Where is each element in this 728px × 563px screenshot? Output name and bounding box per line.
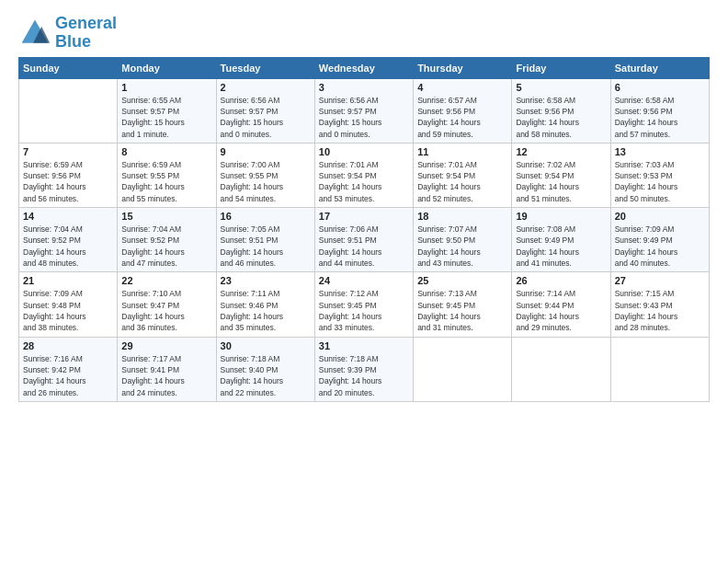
day-info: Sunrise: 6:59 AMSunset: 9:55 PMDaylight:… xyxy=(121,159,211,204)
day-number: 8 xyxy=(121,146,211,157)
day-cell xyxy=(610,337,709,401)
day-info: Sunrise: 7:17 AMSunset: 9:41 PMDaylight:… xyxy=(121,353,211,398)
header: General Blue xyxy=(18,15,710,52)
col-header-friday: Friday xyxy=(512,57,610,78)
day-info: Sunrise: 6:58 AMSunset: 9:56 PMDaylight:… xyxy=(615,95,705,140)
header-row: SundayMondayTuesdayWednesdayThursdayFrid… xyxy=(19,57,710,78)
day-number: 29 xyxy=(121,340,211,351)
col-header-wednesday: Wednesday xyxy=(314,57,413,78)
day-number: 18 xyxy=(417,211,507,222)
day-number: 9 xyxy=(221,146,311,157)
day-number: 10 xyxy=(319,146,409,157)
day-cell: 18Sunrise: 7:07 AMSunset: 9:50 PMDayligh… xyxy=(414,208,512,272)
day-cell: 3Sunrise: 6:56 AMSunset: 9:57 PMDaylight… xyxy=(314,78,413,143)
col-header-thursday: Thursday xyxy=(414,57,512,78)
day-cell: 14Sunrise: 7:04 AMSunset: 9:52 PMDayligh… xyxy=(19,208,118,272)
day-cell: 16Sunrise: 7:05 AMSunset: 9:51 PMDayligh… xyxy=(216,208,314,272)
day-cell: 4Sunrise: 6:57 AMSunset: 9:56 PMDaylight… xyxy=(414,78,512,143)
day-cell: 10Sunrise: 7:01 AMSunset: 9:54 PMDayligh… xyxy=(314,143,413,207)
day-info: Sunrise: 7:11 AMSunset: 9:46 PMDaylight:… xyxy=(221,288,311,333)
day-info: Sunrise: 7:12 AMSunset: 9:45 PMDaylight:… xyxy=(319,288,409,333)
day-cell: 25Sunrise: 7:13 AMSunset: 9:45 PMDayligh… xyxy=(414,272,512,337)
day-number: 2 xyxy=(221,82,311,93)
day-number: 31 xyxy=(319,340,409,351)
day-cell: 2Sunrise: 6:56 AMSunset: 9:57 PMDaylight… xyxy=(216,78,314,143)
col-header-monday: Monday xyxy=(118,57,216,78)
day-cell: 28Sunrise: 7:16 AMSunset: 9:42 PMDayligh… xyxy=(19,337,118,401)
day-info: Sunrise: 6:56 AMSunset: 9:57 PMDaylight:… xyxy=(221,95,311,140)
day-cell: 27Sunrise: 7:15 AMSunset: 9:43 PMDayligh… xyxy=(610,272,709,337)
day-info: Sunrise: 7:00 AMSunset: 9:55 PMDaylight:… xyxy=(221,159,311,204)
week-row-3: 14Sunrise: 7:04 AMSunset: 9:52 PMDayligh… xyxy=(19,208,710,272)
day-info: Sunrise: 6:58 AMSunset: 9:56 PMDaylight:… xyxy=(516,95,606,140)
day-number: 5 xyxy=(516,82,606,93)
day-cell: 20Sunrise: 7:09 AMSunset: 9:49 PMDayligh… xyxy=(610,208,709,272)
day-number: 26 xyxy=(516,275,606,286)
day-number: 6 xyxy=(615,82,705,93)
day-number: 24 xyxy=(319,275,409,286)
day-info: Sunrise: 7:06 AMSunset: 9:51 PMDaylight:… xyxy=(319,224,409,269)
day-info: Sunrise: 7:03 AMSunset: 9:53 PMDaylight:… xyxy=(615,159,705,204)
week-row-5: 28Sunrise: 7:16 AMSunset: 9:42 PMDayligh… xyxy=(19,337,710,401)
day-info: Sunrise: 7:14 AMSunset: 9:44 PMDaylight:… xyxy=(516,288,606,333)
day-info: Sunrise: 6:56 AMSunset: 9:57 PMDaylight:… xyxy=(319,95,409,140)
day-cell xyxy=(512,337,610,401)
calendar-page: General Blue SundayMondayTuesdayWednesda… xyxy=(0,0,728,563)
day-number: 28 xyxy=(23,340,113,351)
week-row-4: 21Sunrise: 7:09 AMSunset: 9:48 PMDayligh… xyxy=(19,272,710,337)
day-cell: 7Sunrise: 6:59 AMSunset: 9:56 PMDaylight… xyxy=(19,143,118,207)
day-cell: 15Sunrise: 7:04 AMSunset: 9:52 PMDayligh… xyxy=(118,208,216,272)
day-info: Sunrise: 7:09 AMSunset: 9:48 PMDaylight:… xyxy=(23,288,113,333)
day-number: 16 xyxy=(221,211,311,222)
day-cell: 30Sunrise: 7:18 AMSunset: 9:40 PMDayligh… xyxy=(216,337,314,401)
col-header-sunday: Sunday xyxy=(19,57,118,78)
day-info: Sunrise: 7:01 AMSunset: 9:54 PMDaylight:… xyxy=(417,159,507,204)
day-number: 14 xyxy=(23,211,113,222)
day-info: Sunrise: 6:55 AMSunset: 9:57 PMDaylight:… xyxy=(121,95,211,140)
day-info: Sunrise: 7:16 AMSunset: 9:42 PMDaylight:… xyxy=(23,353,113,398)
day-info: Sunrise: 7:08 AMSunset: 9:49 PMDaylight:… xyxy=(516,224,606,269)
week-row-2: 7Sunrise: 6:59 AMSunset: 9:56 PMDaylight… xyxy=(19,143,710,207)
day-info: Sunrise: 7:18 AMSunset: 9:39 PMDaylight:… xyxy=(319,353,409,398)
day-number: 1 xyxy=(121,82,211,93)
week-row-1: 1Sunrise: 6:55 AMSunset: 9:57 PMDaylight… xyxy=(19,78,710,143)
day-cell: 8Sunrise: 6:59 AMSunset: 9:55 PMDaylight… xyxy=(118,143,216,207)
day-info: Sunrise: 7:13 AMSunset: 9:45 PMDaylight:… xyxy=(417,288,507,333)
day-cell: 21Sunrise: 7:09 AMSunset: 9:48 PMDayligh… xyxy=(19,272,118,337)
day-cell: 22Sunrise: 7:10 AMSunset: 9:47 PMDayligh… xyxy=(118,272,216,337)
day-info: Sunrise: 7:05 AMSunset: 9:51 PMDaylight:… xyxy=(221,224,311,269)
day-info: Sunrise: 7:07 AMSunset: 9:50 PMDaylight:… xyxy=(417,224,507,269)
day-number: 7 xyxy=(23,146,113,157)
day-cell: 24Sunrise: 7:12 AMSunset: 9:45 PMDayligh… xyxy=(314,272,413,337)
day-info: Sunrise: 6:59 AMSunset: 9:56 PMDaylight:… xyxy=(23,159,113,204)
day-cell: 12Sunrise: 7:02 AMSunset: 9:54 PMDayligh… xyxy=(512,143,610,207)
day-number: 19 xyxy=(516,211,606,222)
day-info: Sunrise: 7:02 AMSunset: 9:54 PMDaylight:… xyxy=(516,159,606,204)
day-number: 17 xyxy=(319,211,409,222)
day-cell: 17Sunrise: 7:06 AMSunset: 9:51 PMDayligh… xyxy=(314,208,413,272)
day-number: 21 xyxy=(23,275,113,286)
day-number: 12 xyxy=(516,146,606,157)
day-cell xyxy=(19,78,118,143)
day-cell: 9Sunrise: 7:00 AMSunset: 9:55 PMDaylight… xyxy=(216,143,314,207)
logo: General Blue xyxy=(18,15,117,52)
day-cell xyxy=(414,337,512,401)
day-cell: 29Sunrise: 7:17 AMSunset: 9:41 PMDayligh… xyxy=(118,337,216,401)
day-number: 30 xyxy=(221,340,311,351)
day-info: Sunrise: 7:04 AMSunset: 9:52 PMDaylight:… xyxy=(23,224,113,269)
logo-text: General Blue xyxy=(55,15,117,52)
day-cell: 23Sunrise: 7:11 AMSunset: 9:46 PMDayligh… xyxy=(216,272,314,337)
day-info: Sunrise: 7:04 AMSunset: 9:52 PMDaylight:… xyxy=(121,224,211,269)
day-number: 25 xyxy=(417,275,507,286)
col-header-tuesday: Tuesday xyxy=(216,57,314,78)
day-number: 3 xyxy=(319,82,409,93)
day-info: Sunrise: 7:10 AMSunset: 9:47 PMDaylight:… xyxy=(121,288,211,333)
day-cell: 31Sunrise: 7:18 AMSunset: 9:39 PMDayligh… xyxy=(314,337,413,401)
day-info: Sunrise: 7:15 AMSunset: 9:43 PMDaylight:… xyxy=(615,288,705,333)
day-cell: 13Sunrise: 7:03 AMSunset: 9:53 PMDayligh… xyxy=(610,143,709,207)
day-number: 13 xyxy=(615,146,705,157)
day-info: Sunrise: 7:09 AMSunset: 9:49 PMDaylight:… xyxy=(615,224,705,269)
day-cell: 6Sunrise: 6:58 AMSunset: 9:56 PMDaylight… xyxy=(610,78,709,143)
calendar-table: SundayMondayTuesdayWednesdayThursdayFrid… xyxy=(18,57,710,402)
day-number: 23 xyxy=(221,275,311,286)
